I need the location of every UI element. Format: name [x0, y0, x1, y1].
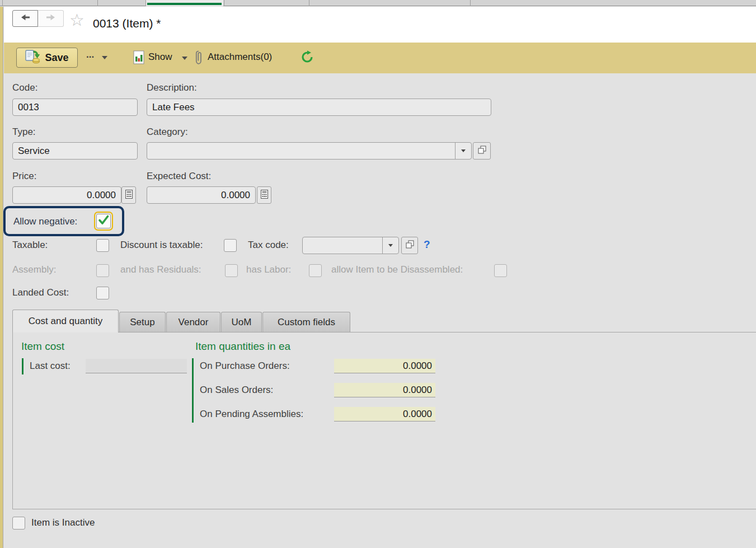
assembly-label: Assembly: — [12, 264, 56, 275]
select-list-icon — [406, 240, 414, 251]
tab-divider — [97, 0, 98, 6]
quantity-row: On Sales Orders: 0.0000 — [200, 383, 435, 397]
type-label: Type: — [12, 127, 36, 138]
tax-code-combo[interactable] — [302, 237, 399, 254]
price-calculator-button[interactable] — [121, 186, 136, 204]
window-tab-bar[interactable] — [0, 0, 756, 6]
item-quantities-heading: Item quantities in ea — [195, 340, 290, 353]
labor-checkbox[interactable] — [309, 264, 322, 277]
forward-arrow-icon — [46, 13, 56, 24]
save-button-label: Save — [45, 52, 68, 64]
item-inactive-label: Item is Inactive — [31, 517, 95, 528]
discount-taxable-label: Discount is taxable: — [120, 240, 203, 251]
tab-divider — [224, 0, 224, 6]
tab-custom-fields[interactable]: Custom fields — [262, 312, 350, 332]
show-dropdown-arrow-icon[interactable] — [182, 57, 187, 60]
disassemble-checkbox[interactable] — [494, 264, 507, 277]
item-inactive-checkbox[interactable] — [12, 517, 25, 530]
tab-setup[interactable]: Setup — [119, 312, 166, 332]
landed-cost-checkbox[interactable] — [96, 287, 109, 299]
forward-button[interactable] — [38, 10, 64, 27]
quantity-row: On Pending Assemblies: 0.0000 — [200, 407, 435, 421]
allow-negative-highlight-annotation: Allow negative: — [3, 206, 124, 236]
last-cost-row: Last cost: — [30, 359, 187, 373]
attachments-button[interactable]: Attachments(0) — [208, 51, 272, 63]
tab-divider — [145, 0, 146, 6]
landed-cost-label: Landed Cost: — [12, 287, 69, 298]
show-chart-icon — [133, 50, 144, 67]
tax-code-select-list-button[interactable] — [401, 237, 418, 254]
detail-tab-bar: Cost and quantity Setup Vendor UoM Custo… — [12, 310, 351, 332]
save-button[interactable]: Save — [16, 48, 78, 68]
category-dropdown-button[interactable] — [455, 143, 471, 159]
item-form-window: ☆ 0013 (Item) * Save ... — [0, 0, 756, 548]
calculator-icon — [125, 190, 133, 201]
taxable-checkbox[interactable] — [96, 239, 109, 252]
chevron-down-icon — [388, 244, 393, 247]
refresh-icon[interactable] — [300, 50, 314, 66]
tax-code-value[interactable] — [303, 237, 382, 254]
left-panel-edge — [0, 7, 3, 548]
expected-cost-label: Expected Cost: — [147, 171, 211, 182]
category-combo[interactable] — [147, 142, 472, 160]
description-input[interactable]: Late Fees — [147, 99, 491, 116]
tab-uom[interactable]: UoM — [221, 312, 262, 332]
description-label: Description: — [147, 82, 197, 93]
back-arrow-icon — [20, 13, 30, 24]
favorite-star-icon[interactable]: ☆ — [69, 7, 84, 34]
back-button[interactable] — [12, 10, 38, 27]
residuals-label: and has Residuals: — [120, 264, 201, 275]
tab-divider — [309, 0, 309, 6]
more-dropdown-arrow-icon[interactable] — [102, 56, 107, 59]
item-cost-heading: Item cost — [21, 340, 64, 353]
tab-divider — [2, 0, 3, 6]
tab-divider — [470, 0, 471, 6]
category-select-list-button[interactable] — [473, 142, 491, 160]
more-actions-button[interactable]: ... — [86, 49, 94, 60]
on-sales-orders-label: On Sales Orders: — [200, 385, 334, 396]
item-quantities-group: On Purchase Orders: 0.0000 On Sales Orde… — [192, 358, 435, 423]
last-cost-label: Last cost: — [30, 360, 86, 372]
active-tab-underline — [147, 3, 222, 5]
expected-cost-calculator-button[interactable] — [257, 186, 271, 204]
checkmark-icon — [97, 214, 110, 228]
save-icon — [25, 49, 40, 66]
price-label: Price: — [12, 171, 36, 182]
select-list-icon — [478, 146, 486, 156]
quantity-row: On Purchase Orders: 0.0000 — [200, 359, 435, 373]
command-toolbar: Save ... Show Attachments(0) — [4, 43, 756, 73]
category-label: Category: — [147, 127, 188, 138]
allow-negative-label: Allow negative: — [13, 216, 77, 227]
on-purchase-orders-label: On Purchase Orders: — [200, 360, 334, 372]
tab-vendor[interactable]: Vendor — [166, 312, 220, 332]
on-sales-orders-field: 0.0000 — [334, 383, 435, 397]
discount-taxable-checkbox[interactable] — [224, 239, 237, 252]
title-bar: ☆ 0013 (Item) * — [4, 7, 756, 43]
labor-label: has Labor: — [246, 264, 291, 275]
item-cost-group: Last cost: — [22, 358, 187, 374]
show-button[interactable]: Show — [148, 51, 172, 63]
expected-cost-input[interactable]: 0.0000 — [147, 186, 256, 204]
on-pending-assemblies-field: 0.0000 — [334, 407, 435, 421]
disassemble-label: allow Item to be Disassembled: — [331, 264, 463, 275]
on-purchase-orders-field: 0.0000 — [334, 359, 435, 373]
history-nav-group — [12, 10, 64, 27]
chevron-down-icon — [461, 149, 466, 152]
cost-and-quantity-panel: Item cost Item quantities in ea Last cos… — [12, 332, 756, 509]
tax-code-label: Tax code: — [248, 240, 289, 251]
category-value[interactable] — [147, 143, 455, 159]
code-label: Code: — [12, 82, 37, 93]
allow-negative-checkbox[interactable] — [96, 214, 111, 228]
paperclip-icon — [194, 50, 203, 68]
tax-code-help-icon[interactable]: ? — [424, 238, 430, 251]
price-input[interactable]: 0.0000 — [12, 186, 121, 204]
type-input[interactable]: Service — [12, 142, 138, 160]
assembly-checkbox[interactable] — [96, 264, 109, 277]
residuals-checkbox[interactable] — [225, 264, 238, 277]
tab-cost-and-quantity[interactable]: Cost and quantity — [12, 310, 119, 332]
page-title: 0013 (Item) * — [93, 17, 161, 30]
taxable-label: Taxable: — [12, 240, 48, 251]
tax-code-dropdown-button[interactable] — [382, 237, 398, 254]
on-pending-assemblies-label: On Pending Assemblies: — [200, 409, 334, 420]
code-input[interactable]: 0013 — [12, 99, 138, 116]
